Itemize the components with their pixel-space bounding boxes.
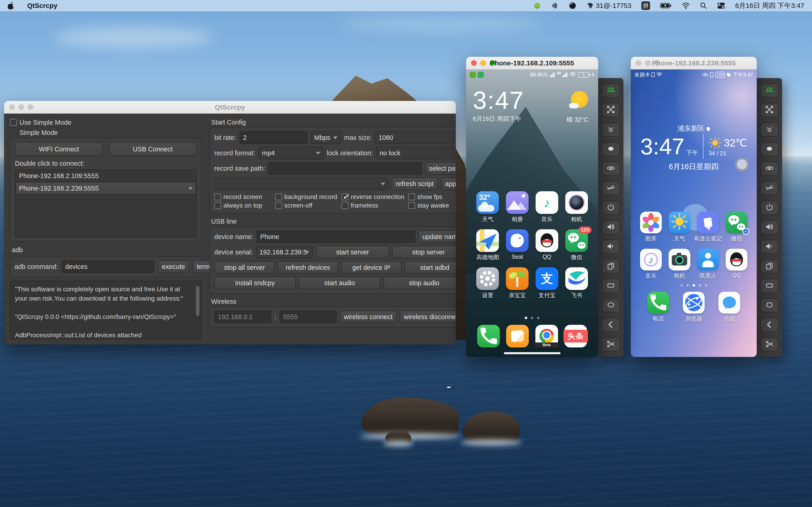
checkbox-box[interactable] xyxy=(408,202,415,209)
start-audio-button[interactable]: start audio xyxy=(299,277,380,289)
app-icon-微信[interactable]: ✓ xyxy=(726,212,748,233)
device-name-input[interactable] xyxy=(257,230,415,243)
bit-rate-unit-select[interactable]: Mbps xyxy=(311,131,341,144)
app-icon-天气[interactable]: 32° xyxy=(476,191,499,214)
start-adbd-button[interactable]: start adbd xyxy=(405,261,456,274)
app-icon-支付宝[interactable]: 支 xyxy=(536,267,558,290)
wireless-disconnect-button[interactable]: wireless disconnect xyxy=(400,311,456,323)
checkbox-box[interactable] xyxy=(342,193,348,200)
app-icon-设置[interactable] xyxy=(476,267,499,290)
home-button[interactable] xyxy=(760,298,778,313)
search-icon[interactable] xyxy=(700,1,707,10)
apply-button[interactable]: apply xyxy=(441,177,456,190)
install-sndcpy-button[interactable]: install sndcpy xyxy=(214,277,296,289)
app-icon-微信[interactable]: 189 xyxy=(565,229,588,252)
phone2-screen[interactable]: 未插卡 100 下午3:47 浦东新区 3:47 下午 32℃ xyxy=(631,69,757,357)
menu-bar-clock[interactable]: 6月16日 周四 下午3:47 xyxy=(735,1,804,10)
screen-off-button[interactable] xyxy=(760,181,778,195)
home-indicator[interactable] xyxy=(504,352,561,354)
fold-button[interactable] xyxy=(602,123,620,137)
app-icon-QQ[interactable] xyxy=(726,249,748,271)
app-icon-音乐[interactable]: ♪ xyxy=(536,191,558,214)
adb-command-input[interactable] xyxy=(62,260,154,273)
app-icon-mi-sms[interactable] xyxy=(506,325,529,347)
apple-menu-icon[interactable] xyxy=(8,1,14,10)
refresh-devices-button[interactable]: refresh devices xyxy=(278,261,338,274)
app-icon-信息[interactable] xyxy=(718,292,740,314)
screen-on-button[interactable] xyxy=(602,162,620,176)
checkbox-box[interactable] xyxy=(214,202,221,209)
get-device-ip-button[interactable]: get device IP xyxy=(341,261,401,274)
wifi-connect-button[interactable]: WIFI Connect xyxy=(15,142,103,156)
back-button[interactable] xyxy=(602,318,620,332)
app-icon-电话[interactable] xyxy=(647,292,669,314)
lock-orientation-select[interactable]: no lock xyxy=(376,147,456,159)
use-simple-mode-checkbox[interactable] xyxy=(10,119,17,126)
fullscreen-button[interactable] xyxy=(760,103,778,117)
group-control-button[interactable] xyxy=(602,83,620,98)
app-icon-chrome[interactable]: Beta xyxy=(536,325,558,347)
wireless-connect-button[interactable]: wireless connect xyxy=(340,311,397,323)
checkbox-record-screen[interactable]: record screen xyxy=(214,193,274,201)
phone1-screen[interactable]: 89.9K/s HD 5 ϟ 3:47 6月16日 周四下午 晴 32°C 32… xyxy=(466,69,598,357)
wireless-ip-input[interactable] xyxy=(214,311,271,323)
app-icon-toutiao[interactable]: 头条 xyxy=(564,325,587,347)
checkbox-box[interactable] xyxy=(408,193,415,200)
app-icon-亲宝宝[interactable] xyxy=(506,267,528,290)
app-icon-相机[interactable] xyxy=(565,191,588,214)
bit-rate-input[interactable] xyxy=(240,131,307,144)
menu-button[interactable] xyxy=(760,279,778,293)
app-icon-联系人[interactable] xyxy=(697,249,719,271)
volume-up-button[interactable] xyxy=(602,220,620,234)
app-icon-相机[interactable] xyxy=(669,249,690,271)
main-window-titlebar[interactable]: QtScrcpy xyxy=(4,101,456,114)
device-list[interactable]: Phone-192.168.2.109:5555Phone-192.168.2.… xyxy=(15,169,197,237)
wifi-icon[interactable] xyxy=(682,1,690,10)
device-serial-select[interactable]: 192.168.2.239:5 xyxy=(256,246,313,259)
stop-audio-button[interactable]: stop audio xyxy=(384,277,456,289)
log-scrollbar-thumb[interactable] xyxy=(196,286,199,316)
control-center-icon[interactable] xyxy=(717,1,725,10)
app-icon-Seal[interactable] xyxy=(506,229,528,252)
execute-button[interactable]: execute xyxy=(158,260,189,273)
stop-all-server-button[interactable]: stop all server xyxy=(214,261,274,274)
wireless-port-input[interactable] xyxy=(280,311,337,323)
app-switch-button[interactable] xyxy=(760,260,778,273)
device-list-item[interactable]: Phone-192.168.2.109:5555 xyxy=(15,170,196,182)
touch-button[interactable] xyxy=(602,142,620,156)
record-format-select[interactable]: mp4 xyxy=(258,147,324,159)
screen-off-button[interactable] xyxy=(602,181,620,195)
checkbox-box[interactable] xyxy=(342,202,348,209)
checkbox-screen-off[interactable]: screen-off xyxy=(275,202,341,209)
app-icon-浏览器[interactable] xyxy=(683,292,705,314)
app-icon-高德地图[interactable] xyxy=(476,229,499,252)
home-button[interactable] xyxy=(602,298,620,313)
checkbox-reverse-connection[interactable]: reverse connection xyxy=(342,193,407,201)
power-button[interactable] xyxy=(602,201,620,215)
android-status-icon[interactable] xyxy=(533,1,541,10)
checkbox-box[interactable] xyxy=(275,193,282,200)
max-size-select[interactable]: 1080 xyxy=(375,131,456,144)
phone2-titlebar[interactable]: Phone-192.168.2.239:5555 xyxy=(631,57,757,69)
checkbox-box[interactable] xyxy=(275,202,282,209)
app-icon-音乐[interactable]: ♪ xyxy=(640,249,662,271)
group-control-button[interactable] xyxy=(760,83,778,98)
checkbox-frameless[interactable]: frameless xyxy=(342,202,407,209)
device-list-item[interactable]: Phone-192.168.2.239:5555 xyxy=(15,182,196,194)
volume-up-button[interactable] xyxy=(760,220,778,234)
record-save-path-input[interactable] xyxy=(268,162,422,175)
checkbox-box[interactable] xyxy=(214,193,221,200)
menu-button[interactable] xyxy=(602,279,620,293)
power-button[interactable] xyxy=(760,201,778,215)
app-icon-有道云笔记[interactable] xyxy=(697,212,719,233)
script-select[interactable] xyxy=(214,177,389,190)
volume-down-button[interactable] xyxy=(760,240,778,254)
update-name-button[interactable]: update name xyxy=(418,230,456,243)
app-icon-相册[interactable] xyxy=(506,191,528,214)
app-switch-button[interactable] xyxy=(602,260,620,273)
app-icon-QQ[interactable] xyxy=(536,229,558,252)
back-button[interactable] xyxy=(760,318,778,332)
clock-widget[interactable]: 3:47 6月16日 周四下午 xyxy=(473,87,524,123)
app-icon-飞书[interactable] xyxy=(565,267,588,290)
app-icon-phone[interactable] xyxy=(477,325,500,347)
